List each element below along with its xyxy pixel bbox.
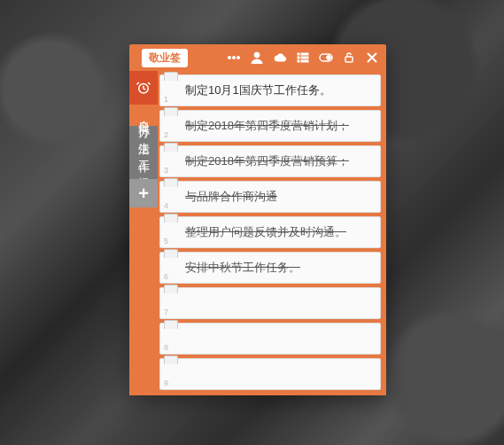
task-row[interactable]: 1制定10月1国庆节工作任务。: [159, 74, 381, 106]
list-icon[interactable]: [296, 51, 310, 65]
svg-rect-9: [301, 60, 308, 62]
task-row[interactable]: 3制定2018年第四季度营销预算；: [159, 145, 381, 177]
sidebar-item-2[interactable]: 工作: [129, 144, 158, 161]
clip-icon: [164, 285, 178, 293]
brand-pill[interactable]: 敬业签: [142, 49, 188, 67]
unlock-icon[interactable]: [342, 51, 356, 65]
task-list: 1制定10月1国庆节工作任务。2制定2018年第四季度营销计划；3制定2018年…: [158, 71, 386, 395]
task-row[interactable]: 9: [159, 358, 381, 390]
sidebar-item-0[interactable]: 今日待办: [129, 105, 158, 126]
task-number: 2: [164, 130, 168, 139]
svg-point-3: [254, 52, 260, 58]
sidebar-item-label: 生活: [136, 133, 151, 137]
clip-icon: [164, 72, 178, 81]
clip-icon: [164, 249, 178, 258]
task-text: 整理用户问题反馈并及时沟通。: [185, 224, 346, 240]
add-category-button[interactable]: +: [129, 179, 158, 207]
task-row[interactable]: 4与品牌合作商沟通: [159, 181, 381, 213]
app-window: 敬业签 今日待办生活工作提醒 + 1制定10月1国庆节工作任务。2制定2018年…: [129, 44, 386, 395]
task-text: 与品牌合作商沟通: [185, 189, 277, 205]
task-row[interactable]: 6安排中秋节工作任务。: [159, 252, 381, 284]
cloud-icon[interactable]: [273, 51, 287, 65]
header-bar: 敬业签: [129, 44, 386, 71]
task-text: 制定2018年第四季度营销预算；: [185, 153, 349, 169]
clip-icon: [164, 143, 178, 152]
toggle-icon[interactable]: [319, 51, 333, 65]
clip-icon: [164, 355, 178, 364]
sidebar-item-label: 工作: [136, 151, 151, 154]
task-number: 7: [164, 308, 168, 316]
task-number: 8: [164, 343, 168, 352]
svg-point-11: [327, 56, 331, 60]
clip-icon: [164, 214, 178, 222]
svg-point-2: [236, 56, 239, 59]
user-icon[interactable]: [250, 51, 264, 65]
task-row[interactable]: 8: [159, 323, 381, 355]
clip-icon: [164, 320, 178, 329]
close-icon[interactable]: [365, 51, 379, 65]
task-number: 1: [164, 95, 168, 104]
task-number: 4: [164, 201, 168, 210]
task-row[interactable]: 2制定2018年第四季度营销计划；: [159, 110, 381, 142]
task-text: 制定2018年第四季度营销计划；: [185, 118, 349, 134]
svg-rect-6: [298, 57, 299, 59]
more-icon[interactable]: [227, 51, 241, 65]
task-row[interactable]: 7: [159, 287, 381, 319]
sidebar-item-label: 提醒: [136, 168, 151, 172]
svg-point-1: [232, 56, 235, 59]
sidebar-item-label: 今日待办: [136, 112, 151, 119]
task-number: 3: [164, 166, 168, 175]
clip-icon: [164, 178, 178, 187]
sidebar: 今日待办生活工作提醒 +: [129, 71, 158, 395]
svg-rect-12: [345, 57, 353, 62]
sidebar-item-1[interactable]: 生活: [129, 126, 158, 144]
task-number: 5: [164, 237, 168, 246]
alarm-icon[interactable]: [129, 71, 158, 105]
svg-rect-7: [301, 57, 308, 59]
task-row[interactable]: 5整理用户问题反馈并及时沟通。: [159, 216, 381, 248]
svg-point-0: [228, 56, 230, 59]
svg-rect-8: [298, 60, 299, 62]
task-text: 安排中秋节工作任务。: [185, 260, 300, 276]
svg-rect-4: [298, 53, 299, 55]
clip-icon: [164, 107, 178, 116]
sidebar-item-3[interactable]: 提醒: [129, 161, 158, 179]
task-text: 制定10月1国庆节工作任务。: [185, 82, 331, 98]
app-body: 今日待办生活工作提醒 + 1制定10月1国庆节工作任务。2制定2018年第四季度…: [129, 71, 386, 395]
svg-rect-5: [301, 53, 308, 55]
task-number: 9: [164, 379, 168, 387]
task-number: 6: [164, 272, 168, 281]
